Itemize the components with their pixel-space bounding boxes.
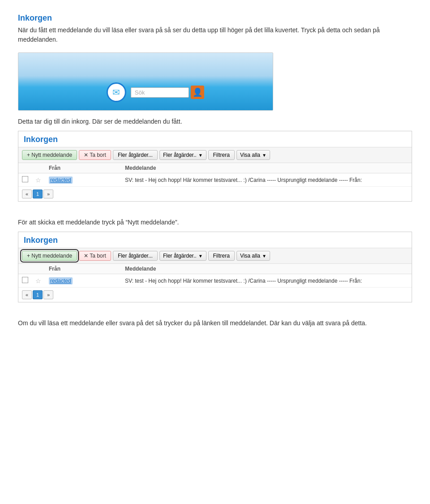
inbox-panel-2: Inkorgen + Nytt meddelande ✕ Ta bort Fle… xyxy=(18,232,412,302)
filter-button-2[interactable]: Filtrera xyxy=(208,251,235,261)
page-prev-1[interactable]: « xyxy=(22,190,32,198)
message-preview-2[interactable]: SV: test - Hej och hopp! Här kommer test… xyxy=(125,278,408,284)
dropdown-arrow-icon-2: ▼ xyxy=(198,254,203,258)
more-actions-dropdown-1[interactable]: Fler åtgärder.. ▼ xyxy=(159,150,206,160)
col-star-header-1 xyxy=(35,165,49,171)
row-checkbox-1[interactable] xyxy=(22,176,35,184)
col-checkbox-header-1 xyxy=(22,165,35,171)
show-all-label-1: Visa alla xyxy=(240,152,260,158)
more-actions-button-2a[interactable]: Fler åtgärder... xyxy=(113,251,158,261)
table-row: ☆ redacted SV: test - Hej och hopp! Här … xyxy=(18,173,412,187)
more-actions-label-1: Fler åtgärder.. xyxy=(163,152,197,158)
screenshot-inbox-icon: ✉ Sök 👤 xyxy=(18,52,273,111)
more-actions-label-2: Fler åtgärder.. xyxy=(163,253,197,259)
message-preview-1[interactable]: SV: test - Hej och hopp! Här kommer test… xyxy=(125,177,408,183)
page-title-1: Inkorgen xyxy=(18,13,412,23)
page-next-2[interactable]: » xyxy=(43,290,53,299)
inbox-toolbar-2: + Nytt meddelande ✕ Ta bort Fler åtgärde… xyxy=(18,248,412,264)
inbox-toolbar-1: + Nytt meddelande ✕ Ta bort Fler åtgärde… xyxy=(18,147,412,163)
inbox-panel-1: Inkorgen + Nytt meddelande ✕ Ta bort Fle… xyxy=(18,131,412,202)
user-icon-mock: 👤 xyxy=(191,86,204,99)
filter-button-1[interactable]: Filtrera xyxy=(208,150,235,160)
new-message-button-2[interactable]: + Nytt meddelande xyxy=(22,251,77,261)
inbox-pagination-2: « 1 » xyxy=(18,288,412,302)
col-star-header-2 xyxy=(35,266,49,272)
inbox-table-header-2: Från Meddelande xyxy=(18,264,412,274)
row-star-2[interactable]: ☆ xyxy=(35,277,49,284)
delete-button-2[interactable]: ✕ Ta bort xyxy=(79,251,111,261)
show-all-arrow-icon-2: ▼ xyxy=(262,254,267,258)
show-all-label-2: Visa alla xyxy=(240,253,260,259)
intro-paragraph-1: När du fått ett meddelande du vill läsa … xyxy=(18,26,412,44)
inbox-table-header-1: Från Meddelande xyxy=(18,163,412,173)
send-message-paragraph: För att skicka ett meddelande tryck på “… xyxy=(18,218,412,227)
row-star-1[interactable]: ☆ xyxy=(35,177,49,184)
col-from-header-1: Från xyxy=(49,165,125,171)
page-1-btn-2[interactable]: 1 xyxy=(33,290,43,299)
search-input-mock: Sök xyxy=(131,87,189,98)
page-next-1[interactable]: » xyxy=(43,190,53,198)
sender-link-2[interactable]: redacted xyxy=(49,277,73,284)
table-row: ☆ redacted SV: test - Hej och hopp! Här … xyxy=(18,274,412,288)
intro-paragraph-2: Detta tar dig till din inkorg. Där ser d… xyxy=(18,117,412,126)
col-message-header-1: Meddelande xyxy=(125,165,408,171)
row-checkbox-2[interactable] xyxy=(22,277,35,284)
more-actions-button-1a[interactable]: Fler åtgärder... xyxy=(113,150,158,160)
read-message-paragraph: Om du vill läsa ett meddelande eller sva… xyxy=(18,319,412,328)
show-all-arrow-icon-1: ▼ xyxy=(262,153,267,158)
inbox-panel-2-title: Inkorgen xyxy=(18,232,412,248)
delete-button-1[interactable]: ✕ Ta bort xyxy=(79,150,111,160)
envelope-icon: ✉ xyxy=(107,82,126,102)
more-actions-dropdown-2[interactable]: Fler åtgärder.. ▼ xyxy=(159,251,206,261)
inbox-pagination-1: « 1 » xyxy=(18,187,412,201)
new-message-button-1[interactable]: + Nytt meddelande xyxy=(22,150,77,160)
row-sender-1[interactable]: redacted xyxy=(49,177,125,183)
col-message-header-2: Meddelande xyxy=(125,266,408,272)
page-prev-2[interactable]: « xyxy=(22,290,32,299)
show-all-button-1[interactable]: Visa alla ▼ xyxy=(236,150,270,160)
col-checkbox-header-2 xyxy=(22,266,35,272)
dropdown-arrow-icon-1: ▼ xyxy=(198,153,203,158)
sender-link-1[interactable]: redacted xyxy=(49,177,73,184)
page-1-btn-1[interactable]: 1 xyxy=(33,190,43,198)
col-from-header-2: Från xyxy=(49,266,125,272)
inbox-panel-1-title: Inkorgen xyxy=(18,131,412,147)
show-all-button-2[interactable]: Visa alla ▼ xyxy=(236,251,270,261)
row-sender-2[interactable]: redacted xyxy=(49,278,125,284)
